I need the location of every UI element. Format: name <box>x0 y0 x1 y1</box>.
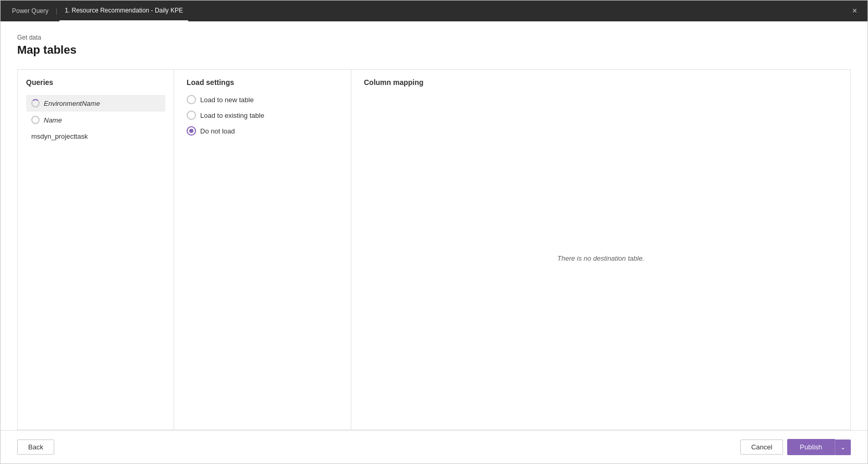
load-settings-options: Load to new table Load to existing table… <box>187 95 338 136</box>
tab-resource-recommendation[interactable]: 1. Resource Recommendation - Daily KPE <box>59 1 188 21</box>
query-label-msdyn: msdyn_projecttask <box>31 132 88 140</box>
radio-circle-donotload <box>187 126 196 136</box>
content-area: Get data Map tables Queries EnvironmentN… <box>1 21 867 430</box>
back-button[interactable]: Back <box>17 439 54 455</box>
query-item-environmentname[interactable]: EnvironmentName <box>26 95 165 112</box>
radio-circle-existing <box>187 111 196 120</box>
query-label-environmentname: EnvironmentName <box>44 100 100 107</box>
load-settings-panel: Load settings Load to new table Load to … <box>174 70 351 430</box>
radio-label-existing: Load to existing table <box>200 112 264 119</box>
page-title: Map tables <box>17 43 851 57</box>
publish-dropdown-button[interactable]: ⌄ <box>835 439 851 455</box>
publish-button[interactable]: Publish <box>787 439 835 455</box>
main-panel: Queries EnvironmentName Name msdyn_proje… <box>17 69 851 430</box>
main-window: Power Query | 1. Resource Recommendation… <box>0 0 868 464</box>
load-settings-title: Load settings <box>187 78 338 87</box>
tab-power-query[interactable]: Power Query <box>7 1 54 21</box>
column-mapping-panel: Column mapping There is no destination t… <box>351 70 850 430</box>
radio-do-not-load[interactable]: Do not load <box>187 126 338 136</box>
queries-panel: Queries EnvironmentName Name msdyn_proje… <box>18 70 174 430</box>
footer-right: Cancel Publish ⌄ <box>740 439 851 455</box>
no-destination-message: There is no destination table. <box>364 95 838 421</box>
queries-panel-title: Queries <box>26 78 165 87</box>
query-item-name[interactable]: Name <box>26 112 165 128</box>
radio-load-new-table[interactable]: Load to new table <box>187 95 338 104</box>
spinner-icon <box>31 99 40 107</box>
radio-load-existing-table[interactable]: Load to existing table <box>187 111 338 120</box>
column-mapping-title: Column mapping <box>364 78 838 87</box>
cancel-button[interactable]: Cancel <box>740 439 783 455</box>
breadcrumb: Get data <box>17 34 851 41</box>
radio-circle-new <box>187 95 196 104</box>
radio-label-donotload: Do not load <box>200 127 235 135</box>
radio-empty-icon <box>31 116 40 124</box>
footer: Back Cancel Publish ⌄ <box>1 430 867 463</box>
radio-inner-donotload <box>189 129 193 133</box>
close-icon[interactable]: × <box>848 6 861 16</box>
query-label-name: Name <box>44 116 62 124</box>
publish-button-group: Publish ⌄ <box>787 439 851 455</box>
radio-label-new: Load to new table <box>200 96 254 104</box>
title-bar: Power Query | 1. Resource Recommendation… <box>1 1 867 21</box>
query-item-msdyn[interactable]: msdyn_projecttask <box>26 128 165 144</box>
